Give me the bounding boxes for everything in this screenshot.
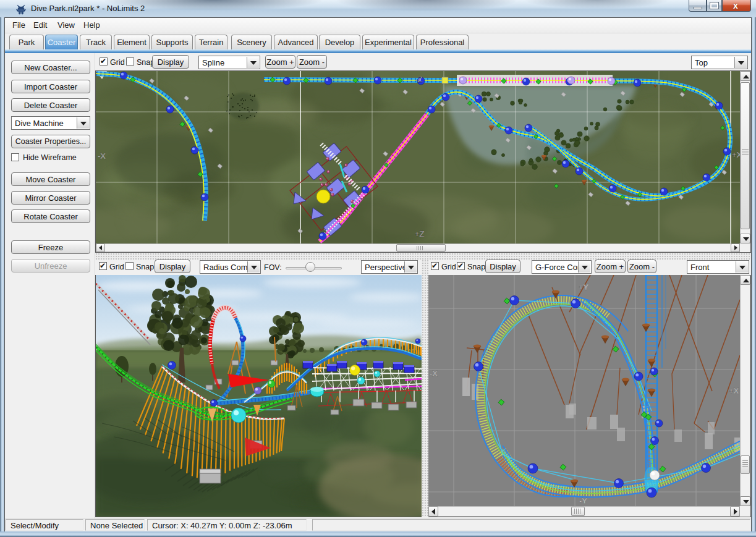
svg-text:+X: +X (732, 150, 740, 159)
svg-text:-Y: -Y (579, 496, 587, 505)
svg-text:-X: -X (430, 369, 438, 378)
svg-text:+Z: +Z (415, 229, 425, 239)
svg-text:-X: -X (98, 151, 106, 161)
svg-text:+Y: +Y (579, 282, 589, 292)
svg-text:-Z: -Z (415, 75, 422, 84)
svg-text:+X: +X (729, 386, 739, 395)
